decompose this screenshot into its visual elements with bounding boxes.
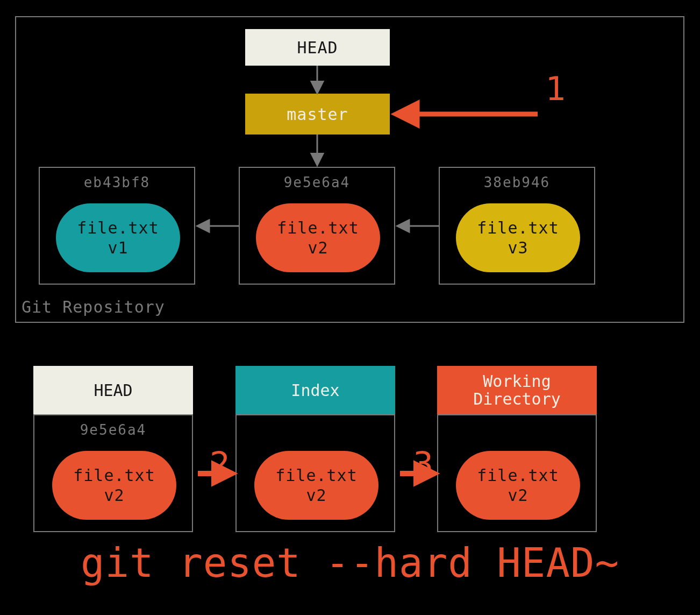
file-name: file.txt: [277, 218, 359, 238]
file-version: v2: [308, 238, 328, 258]
panel-body: 9e5e6a4 file.txt v2: [33, 414, 193, 532]
panel-header: HEAD: [33, 366, 193, 414]
file-name: file.txt: [275, 465, 358, 486]
panel-index: Index file.txt v2: [235, 366, 395, 532]
commit-hash: 9e5e6a4: [240, 174, 394, 190]
file-version: v2: [104, 485, 124, 506]
commit-hash: eb43bf8: [40, 174, 194, 190]
panel-hash: 9e5e6a4: [34, 422, 192, 438]
file-name: file.txt: [77, 218, 159, 238]
file-pill: file.txt v2: [52, 451, 176, 520]
branch-master: master: [245, 94, 390, 135]
commit-hash: 38eb946: [440, 174, 594, 190]
file-name: file.txt: [477, 218, 559, 238]
commit-3: 38eb946 file.txt v3: [439, 167, 595, 285]
file-pill: file.txt v1: [56, 203, 180, 272]
git-command: git reset --hard HEAD~: [0, 540, 700, 586]
panel-working-directory: Working Directory file.txt v2: [437, 366, 597, 532]
branch-label: master: [287, 105, 348, 124]
file-version: v3: [508, 238, 528, 258]
panel-body: file.txt v2: [437, 414, 597, 532]
commit-2: 9e5e6a4 file.txt v2: [239, 167, 395, 285]
file-pill: file.txt v2: [256, 203, 380, 272]
file-name: file.txt: [477, 465, 559, 486]
panel-header: Index: [235, 366, 395, 414]
file-version: v2: [508, 485, 528, 506]
repository-label: Git Repository: [22, 298, 165, 316]
step-1-label: 1: [546, 70, 566, 108]
panel-title: Index: [291, 381, 339, 399]
panel-head: HEAD 9e5e6a4 file.txt v2: [33, 366, 193, 532]
panel-title: HEAD: [94, 381, 132, 399]
step-3-label: 3: [413, 445, 433, 483]
file-name: file.txt: [73, 465, 155, 486]
head-label: HEAD: [297, 38, 338, 57]
head-pointer: HEAD: [245, 29, 390, 66]
file-pill: file.txt v2: [456, 451, 580, 520]
panel-header: Working Directory: [437, 366, 597, 414]
panel-title: Working Directory: [473, 372, 561, 408]
file-pill: file.txt v2: [254, 451, 378, 520]
file-version: v2: [306, 485, 326, 506]
step-2-label: 2: [210, 445, 230, 483]
file-version: v1: [108, 238, 128, 258]
file-pill: file.txt v3: [456, 203, 580, 272]
commit-1: eb43bf8 file.txt v1: [39, 167, 195, 285]
panel-body: file.txt v2: [235, 414, 395, 532]
